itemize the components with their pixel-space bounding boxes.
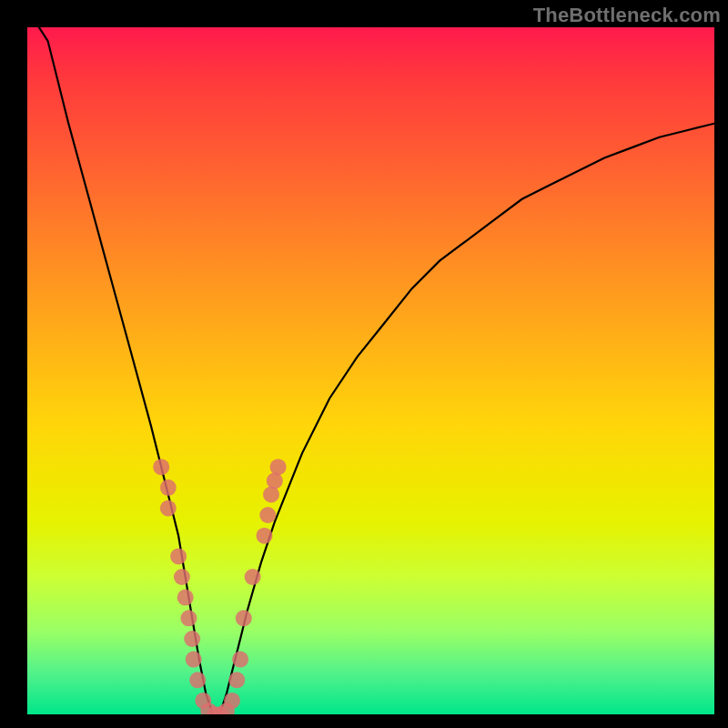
data-dot xyxy=(180,610,197,626)
data-dot xyxy=(186,652,202,668)
data-dot xyxy=(245,569,261,585)
data-dot xyxy=(263,486,279,502)
data-dot xyxy=(257,528,273,544)
chart-svg xyxy=(27,27,714,714)
watermark-text: TheBottleneck.com xyxy=(533,4,721,27)
bottleneck-curve xyxy=(27,27,714,714)
data-dot xyxy=(170,548,187,564)
data-dot xyxy=(236,610,252,626)
data-dot xyxy=(267,472,283,489)
data-dot xyxy=(160,480,177,496)
data-dot xyxy=(270,459,287,475)
chart-frame: TheBottleneck.com xyxy=(0,0,728,728)
data-dot xyxy=(232,652,248,668)
data-dot xyxy=(224,693,240,709)
data-dot xyxy=(228,672,245,688)
plot-area xyxy=(27,27,714,714)
data-dot xyxy=(160,500,177,517)
data-dot xyxy=(177,590,194,606)
data-dot xyxy=(174,569,190,585)
data-dot xyxy=(153,459,169,475)
data-dot xyxy=(184,631,200,647)
data-dot xyxy=(259,507,276,523)
data-dot xyxy=(189,672,206,688)
data-dots xyxy=(153,459,286,714)
